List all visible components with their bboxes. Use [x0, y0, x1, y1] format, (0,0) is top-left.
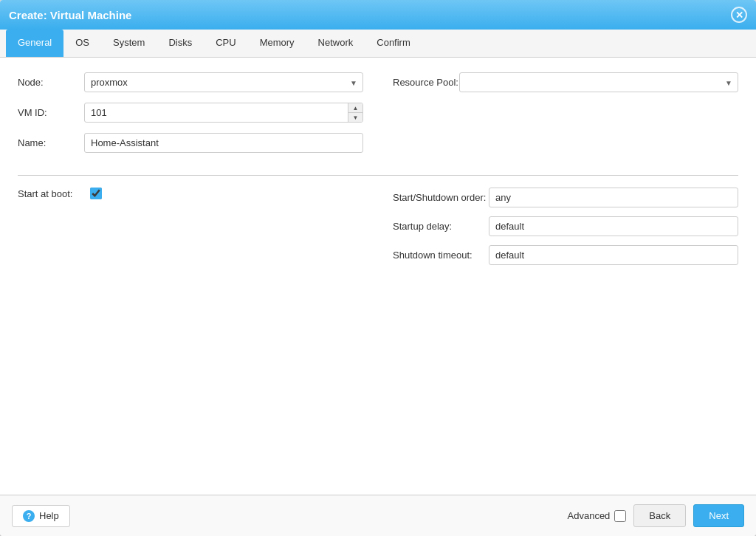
tab-memory[interactable]: Memory: [248, 30, 306, 57]
close-button[interactable]: ✕: [731, 7, 747, 23]
next-label: Next: [709, 510, 729, 521]
shutdown-timeout-input[interactable]: [489, 245, 738, 265]
start-shutdown-label: Start/Shutdown order:: [393, 192, 489, 203]
section-divider: [18, 175, 738, 176]
footer-left: ? Help: [12, 505, 70, 527]
node-select[interactable]: proxmox: [84, 72, 363, 92]
close-icon: ✕: [735, 10, 743, 21]
boot-right: Start/Shutdown order: Startup delay: Shu…: [393, 188, 738, 274]
dialog-header: Create: Virtual Machine ✕: [0, 0, 756, 30]
startup-delay-label: Startup delay:: [393, 221, 489, 232]
shutdown-timeout-row: Shutdown timeout:: [393, 245, 738, 265]
resource-pool-select-wrapper: ▼: [459, 72, 738, 92]
help-label: Help: [39, 510, 59, 521]
tab-confirm[interactable]: Confirm: [365, 30, 422, 57]
startup-delay-input[interactable]: [489, 216, 738, 236]
tab-cpu[interactable]: CPU: [204, 30, 247, 57]
boot-left: Start at boot:: [18, 188, 363, 274]
boot-section: Start at boot: Start/Shutdown order: Sta…: [18, 188, 738, 274]
vmid-row: VM ID: ▲ ▼: [18, 103, 363, 123]
start-shutdown-row: Start/Shutdown order:: [393, 188, 738, 207]
footer-right: Advanced Back Next: [568, 504, 744, 527]
vmid-decrement-button[interactable]: ▼: [348, 113, 362, 122]
node-select-wrapper: proxmox ▼: [84, 72, 363, 92]
vmid-spinner-wrapper: ▲ ▼: [84, 103, 363, 123]
node-row: Node: proxmox ▼: [18, 72, 363, 92]
name-label: Name:: [18, 137, 84, 148]
boot-right-form: Start/Shutdown order: Startup delay: Shu…: [393, 188, 738, 265]
tab-general[interactable]: General: [6, 30, 63, 57]
tab-network[interactable]: Network: [306, 30, 365, 57]
resource-pool-select[interactable]: [459, 72, 738, 92]
advanced-label-text: Advanced: [568, 510, 611, 521]
start-shutdown-input[interactable]: [489, 188, 738, 207]
node-label: Node:: [18, 77, 84, 88]
tab-bar: General OS System Disks CPU Memory Netwo…: [0, 30, 756, 58]
form-left: Node: proxmox ▼ VM ID: ▲ ▼: [18, 72, 363, 163]
name-input[interactable]: [84, 133, 363, 153]
advanced-checkbox[interactable]: [614, 510, 626, 522]
back-button[interactable]: Back: [633, 504, 686, 527]
top-form-section: Node: proxmox ▼ VM ID: ▲ ▼: [18, 72, 738, 163]
startup-delay-row: Startup delay:: [393, 216, 738, 236]
back-label: Back: [649, 510, 670, 521]
dialog-body: Node: proxmox ▼ VM ID: ▲ ▼: [0, 58, 756, 495]
vmid-increment-button[interactable]: ▲: [348, 103, 362, 113]
start-at-boot-checkbox[interactable]: [90, 188, 102, 199]
start-at-boot-label: Start at boot:: [18, 188, 84, 199]
tab-system[interactable]: System: [101, 30, 157, 57]
form-right: Resource Pool: ▼: [393, 72, 738, 163]
vmid-label: VM ID:: [18, 107, 84, 118]
help-button[interactable]: ? Help: [12, 505, 70, 527]
dialog-footer: ? Help Advanced Back Next: [0, 495, 756, 536]
tab-os[interactable]: OS: [63, 30, 101, 57]
start-at-boot-row: Start at boot:: [18, 188, 363, 199]
vmid-spinner-buttons: ▲ ▼: [348, 103, 362, 122]
shutdown-timeout-label: Shutdown timeout:: [393, 250, 489, 261]
name-row: Name:: [18, 133, 363, 153]
help-icon: ?: [23, 510, 35, 522]
tab-disks[interactable]: Disks: [157, 30, 204, 57]
resource-pool-label: Resource Pool:: [393, 77, 459, 88]
advanced-toggle-label[interactable]: Advanced: [568, 510, 627, 522]
resource-pool-row: Resource Pool: ▼: [393, 72, 738, 92]
dialog-title: Create: Virtual Machine: [9, 9, 131, 21]
create-vm-dialog: Create: Virtual Machine ✕ General OS Sys…: [0, 0, 756, 536]
vmid-input[interactable]: [84, 103, 363, 123]
next-button[interactable]: Next: [693, 504, 744, 527]
